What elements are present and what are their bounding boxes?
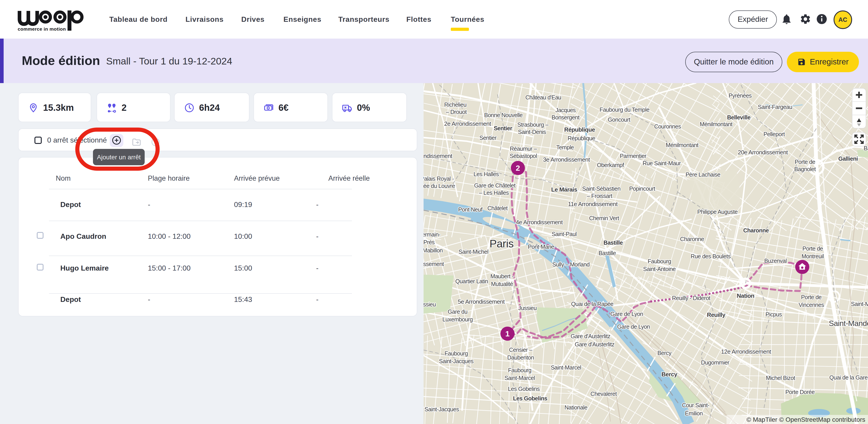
svg-text:Faubourg: Faubourg xyxy=(444,350,468,357)
svg-text:Nation: Nation xyxy=(737,292,754,299)
svg-text:République: République xyxy=(564,126,595,133)
svg-text:Nationale: Nationale xyxy=(564,404,587,411)
svg-text:Pont Marie: Pont Marie xyxy=(528,244,554,250)
svg-text:Pont Neuf: Pont Neuf xyxy=(458,206,483,213)
svg-text:Temple: Temple xyxy=(556,144,574,150)
svg-text:12e Arrondissement: 12e Arrondissement xyxy=(721,348,771,355)
svg-text:5e Arrondissement: 5e Arrondissement xyxy=(458,298,505,305)
svg-text:Reuilly - Diderot: Reuilly - Diderot xyxy=(672,295,711,301)
svg-text:Sentier: Sentier xyxy=(494,125,512,132)
svg-text:Germain-: Germain- xyxy=(424,231,440,238)
svg-text:Gallieni: Gallieni xyxy=(838,156,858,162)
svg-text:1: 1 xyxy=(505,329,510,338)
svg-text:Daubenton: Daubenton xyxy=(507,354,534,361)
svg-text:Bagnolet: Bagnolet xyxy=(794,166,816,172)
svg-text:Philippe Auguste: Philippe Auguste xyxy=(697,208,738,215)
svg-text:Palais Royal -: Palais Royal - xyxy=(424,175,454,182)
svg-text:Les Gobelins: Les Gobelins xyxy=(508,386,540,392)
svg-text:ondissement: ondissement xyxy=(424,152,453,159)
svg-text:Vincennes: Vincennes xyxy=(799,302,824,308)
svg-text:Ménilmontant: Ménilmontant xyxy=(700,121,733,128)
svg-text:Gare du: Gare du xyxy=(448,308,468,315)
svg-text:Gare de Lyon: Gare de Lyon xyxy=(611,311,643,317)
svg-text:Chemin Vert: Chemin Vert xyxy=(589,215,619,221)
svg-text:commerce in motion: commerce in motion xyxy=(18,26,66,32)
svg-text:Faubourg du Temple: Faubourg du Temple xyxy=(599,107,649,113)
svg-text:ssieu: ssieu xyxy=(424,301,436,308)
svg-text:3e Arrondissement: 3e Arrondissement xyxy=(543,156,590,163)
svg-text:Pyrénées: Pyrénées xyxy=(728,92,752,99)
svg-text:Bercy: Bercy xyxy=(657,350,672,356)
svg-text:Saint-Fargeau: Saint-Fargeau xyxy=(758,104,792,110)
svg-text:© MapTiler © OpenStreetMap con: © MapTiler © OpenStreetMap contributors xyxy=(746,416,865,423)
svg-text:Reuilly: Reuilly xyxy=(707,311,725,318)
svg-text:Quartier Latin: Quartier Latin xyxy=(455,278,488,284)
svg-text:Luxembourg: Luxembourg xyxy=(442,316,473,322)
svg-text:20e Arrondissement: 20e Arrondissement xyxy=(738,149,788,156)
svg-text:Porte Dorée: Porte Dorée xyxy=(785,389,814,395)
svg-text:Saint-M: Saint-M xyxy=(851,301,868,307)
svg-text:– Froissart: – Froissart xyxy=(587,193,613,199)
svg-text:République: République xyxy=(567,135,595,141)
svg-text:Quai de la Rapée: Quai de la Rapée xyxy=(571,301,613,307)
svg-text:Porte de: Porte de xyxy=(803,245,823,252)
svg-text:Saint-Marcel: Saint-Marcel xyxy=(504,375,535,381)
svg-text:Le Marais: Le Marais xyxy=(551,186,577,193)
svg-text:Mutualité: Mutualité xyxy=(491,281,513,287)
svg-text:Père Lachaise: Père Lachaise xyxy=(685,171,720,178)
svg-text:Sébastopol: Sébastopol xyxy=(510,153,537,159)
svg-text:Saint-Paul: Saint-Paul xyxy=(552,231,577,237)
svg-text:4e Arrondissement: 4e Arrondissement xyxy=(516,219,563,226)
svg-text:Parmentier: Parmentier xyxy=(620,153,646,159)
svg-text:Saint-Jacques: Saint-Jacques xyxy=(439,358,473,364)
svg-text:Saint-Mandé: Saint-Mandé xyxy=(829,319,868,328)
svg-text:Goncourt: Goncourt xyxy=(608,116,630,123)
svg-text:Buzenval: Buzenval xyxy=(764,258,787,264)
svg-text:Paris: Paris xyxy=(490,238,514,250)
svg-text:Châtelet: Châtelet xyxy=(487,205,508,211)
svg-text:Réaumur –: Réaumur – xyxy=(510,145,537,152)
svg-text:Les Gobelins: Les Gobelins xyxy=(513,395,547,401)
svg-text:ssement: ssement xyxy=(424,261,444,267)
svg-text:Strasbourg –: Strasbourg – xyxy=(517,121,549,128)
svg-text:Porte de: Porte de xyxy=(801,294,822,300)
svg-text:Couronnes: Couronnes xyxy=(654,123,681,130)
svg-text:Saint-Sébastien: Saint-Sébastien xyxy=(582,186,621,192)
svg-text:Ménilmontant: Ménilmontant xyxy=(666,142,699,148)
svg-text:Saint-Antoine: Saint-Antoine xyxy=(643,266,676,272)
svg-text:– Drouot: – Drouot xyxy=(446,109,467,115)
svg-text:Sentier: Sentier xyxy=(479,135,497,141)
svg-text:Bonsergent: Bonsergent xyxy=(552,114,580,120)
svg-text:Charonne: Charonne xyxy=(680,236,704,242)
svg-text:– Les Halles: – Les Halles xyxy=(479,190,508,196)
svg-text:Bastille: Bastille xyxy=(599,250,616,256)
svg-text:Saint-Denis: Saint-Denis xyxy=(518,129,546,135)
svg-text:Gare de Châtelet: Gare de Châtelet xyxy=(474,182,516,189)
svg-text:Pelleport: Pelleport xyxy=(764,131,785,137)
svg-text:11e Arrondissement: 11e Arrondissement xyxy=(568,201,618,207)
svg-text:Bastille: Bastille xyxy=(603,239,623,246)
svg-text:2e Arrondissement: 2e Arrondissement xyxy=(444,120,491,127)
svg-text:Chevaleret: Chevaleret xyxy=(590,391,617,397)
svg-text:Rue Saint-Maur: Rue Saint-Maur xyxy=(643,160,681,166)
svg-text:Les Halles: Les Halles xyxy=(473,171,499,177)
svg-text:Censier –: Censier – xyxy=(509,347,532,353)
svg-text:Maubert -: Maubert - xyxy=(491,273,514,279)
svg-text:Faubourg: Faubourg xyxy=(508,367,531,373)
svg-text:Montreuil: Montreuil xyxy=(802,253,824,259)
svg-text:Cour Saint-: Cour Saint- xyxy=(682,402,710,408)
svg-text:Émilion: Émilion xyxy=(685,410,703,417)
svg-text:Bonne Nouvelle: Bonne Nouvelle xyxy=(484,112,522,118)
svg-text:-Prés: -Prés xyxy=(424,239,435,245)
svg-text:Oberkampf: Oberkampf xyxy=(597,162,624,168)
svg-text:Belleville: Belleville xyxy=(727,114,750,120)
svg-text:Richelieu: Richelieu xyxy=(444,102,466,108)
svg-text:Gare d'Austerlitz: Gare d'Austerlitz xyxy=(575,341,614,347)
svg-text:Jussieu: Jussieu xyxy=(518,305,536,311)
svg-text:Saint-Michel: Saint-Michel xyxy=(459,249,488,255)
svg-text:Saint-Jacques: Saint-Jacques xyxy=(425,406,459,413)
svg-text:usée du Louvre: usée du Louvre xyxy=(424,183,455,189)
svg-text:Gare de Lyon: Gare de Lyon xyxy=(617,323,650,330)
svg-text:Porte de: Porte de xyxy=(795,159,815,165)
svg-text:2: 2 xyxy=(516,164,520,172)
